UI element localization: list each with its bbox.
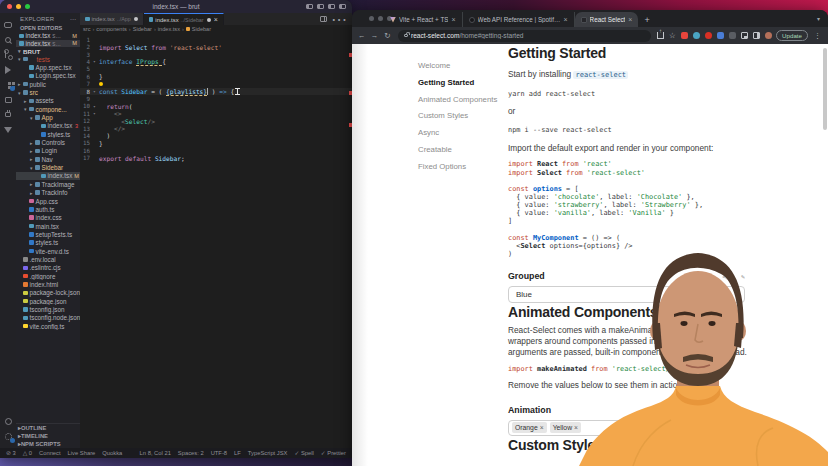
- file-tree-item[interactable]: main.tsx: [16, 222, 80, 230]
- open-editors-header[interactable]: OPEN EDITORS: [16, 24, 80, 32]
- file-tree-item[interactable]: index.tsxM: [16, 172, 80, 180]
- file-tree-item[interactable]: tsconfig.json: [16, 305, 80, 313]
- code-line[interactable]: 11▾ <>: [80, 110, 352, 117]
- close-tab-icon[interactable]: ×: [628, 16, 632, 23]
- remote-explorer-icon[interactable]: [0, 92, 16, 107]
- file-tree-item[interactable]: ▸Controls: [16, 138, 80, 146]
- file-tree-item[interactable]: package-lock.json: [16, 289, 80, 297]
- quokka-button[interactable]: Quokka: [102, 450, 122, 456]
- code-line[interactable]: 15}: [80, 140, 352, 147]
- file-tree-item[interactable]: .env.local: [16, 255, 80, 263]
- code-line[interactable]: 12 <Select/>: [80, 117, 352, 124]
- file-tree-item[interactable]: index.html: [16, 280, 80, 288]
- doc-nav-fixed-options[interactable]: Fixed Options: [418, 159, 497, 176]
- extension-blue-icon[interactable]: [717, 32, 724, 39]
- breadcrumb-item[interactable]: components: [96, 26, 126, 32]
- file-tree-item[interactable]: index.css: [16, 214, 80, 222]
- file-tree-item[interactable]: ▾Sidebar: [16, 163, 80, 171]
- panel-section-outline[interactable]: ▸OUTLINE: [16, 424, 80, 432]
- code-line[interactable]: 5: [80, 66, 352, 73]
- extension-red-icon[interactable]: [681, 32, 688, 39]
- dirty-dot-icon[interactable]: [207, 18, 211, 22]
- address-bar[interactable]: react-select.com /home#getting-started: [398, 30, 651, 42]
- remove-value-icon[interactable]: ×: [540, 424, 544, 431]
- code-line[interactable]: 7: [80, 80, 352, 87]
- tab-search-chevron-icon[interactable]: ▾: [817, 15, 820, 22]
- doc-nav-animated-components[interactable]: Animated Components: [418, 92, 497, 109]
- errors-count[interactable]: ⊘ 3: [6, 450, 16, 456]
- customize-layout-icon[interactable]: [339, 4, 346, 10]
- reload-button[interactable]: ↻: [383, 31, 392, 40]
- code-line[interactable]: 9: [80, 95, 352, 102]
- file-tree-item[interactable]: App.css: [16, 197, 80, 205]
- panel-section-timeline[interactable]: ▸TIMELINE: [16, 432, 80, 440]
- file-tree-item[interactable]: ▾src: [16, 88, 80, 96]
- extension-dark-icon[interactable]: [729, 32, 736, 39]
- browser-tab[interactable]: Web API Reference | Spotify f×: [463, 12, 575, 27]
- prettier[interactable]: ✓ Prettier: [321, 450, 346, 456]
- side-panel-icon[interactable]: [753, 32, 760, 39]
- file-tree-item[interactable]: ▸TrackImage: [16, 180, 80, 188]
- minimize-window-button[interactable]: [378, 16, 383, 21]
- extension-record-icon[interactable]: [705, 32, 712, 39]
- source-control-icon[interactable]: [0, 47, 16, 62]
- file-tree-item[interactable]: vite-env.d.ts: [16, 247, 80, 255]
- scrollbar-thumb[interactable]: [823, 48, 827, 130]
- breadcrumb-item[interactable]: index.tsx: [158, 26, 180, 32]
- file-tree-item[interactable]: ▾App: [16, 113, 80, 121]
- file-tree-item[interactable]: ▾compone...: [16, 105, 80, 113]
- file-tree-item[interactable]: vite.config.ts: [16, 322, 80, 330]
- dirty-dot-icon[interactable]: [134, 17, 138, 21]
- code-line[interactable]: 4▾interface IProps {: [80, 58, 352, 65]
- lightbulb-icon[interactable]: [99, 82, 103, 86]
- workspace-root[interactable]: ▾ BRUT: [16, 47, 80, 55]
- eol[interactable]: LF: [234, 450, 241, 456]
- doc-nav-getting-started[interactable]: Getting Started: [418, 75, 497, 92]
- share-icon[interactable]: [657, 32, 664, 39]
- account-icon[interactable]: [0, 414, 16, 429]
- encoding[interactable]: UTF-8: [211, 450, 227, 456]
- picture-in-picture-icon[interactable]: [741, 32, 748, 39]
- file-tree-item[interactable]: ▸TrackInfo: [16, 189, 80, 197]
- connect-button[interactable]: Connect: [39, 450, 61, 456]
- indentation[interactable]: Spaces: 2: [178, 450, 204, 456]
- browser-tab[interactable]: React Select×: [575, 12, 639, 27]
- code-editor[interactable]: 12import Select from 'react-select'34▾in…: [80, 33, 352, 448]
- open-editor-item[interactable]: index.tsxs...M: [16, 32, 80, 40]
- close-window-button[interactable]: [369, 16, 374, 21]
- editor-tab[interactable]: index.tsx../App: [80, 13, 144, 25]
- panel-section-npm-scripts[interactable]: ▸NPM SCRIPTS: [16, 440, 80, 448]
- code-line[interactable]: 1: [80, 36, 352, 43]
- chat-icon[interactable]: [0, 17, 16, 32]
- spell-checker[interactable]: ✓ Spell: [294, 450, 313, 456]
- open-editor-item[interactable]: index.tsxs...M: [16, 40, 80, 48]
- file-tree-item[interactable]: ▸Login: [16, 147, 80, 155]
- settings-gear-icon[interactable]: [0, 429, 16, 444]
- toggle-panel-icon[interactable]: [317, 4, 324, 10]
- warnings-count[interactable]: △ 0: [23, 450, 32, 456]
- file-tree-item[interactable]: styles.ts: [16, 130, 80, 138]
- cursor-position[interactable]: Ln 8, Col 21: [140, 450, 171, 456]
- close-tab-icon[interactable]: ×: [451, 16, 455, 23]
- close-tab-icon[interactable]: ×: [214, 16, 218, 23]
- file-tree-item[interactable]: Login.spec.tsx: [16, 72, 80, 80]
- back-button[interactable]: ←: [357, 31, 366, 40]
- doc-nav-async[interactable]: Async: [418, 125, 497, 142]
- code-line[interactable]: 6}: [80, 73, 352, 80]
- doc-nav-welcome[interactable]: Welcome: [418, 58, 497, 75]
- file-tree-item[interactable]: auth.ts: [16, 205, 80, 213]
- file-tree-item[interactable]: ▸public: [16, 80, 80, 88]
- file-tree-item[interactable]: .eslintrc.cjs: [16, 264, 80, 272]
- search-icon[interactable]: [0, 32, 16, 47]
- plugin-icon[interactable]: [0, 107, 16, 122]
- update-button[interactable]: Update: [776, 30, 808, 41]
- new-tab-button[interactable]: +: [644, 15, 649, 25]
- toggle-secondary-sidebar-icon[interactable]: [328, 4, 335, 10]
- forward-button[interactable]: →: [370, 31, 379, 40]
- doc-nav-custom-styles[interactable]: Custom Styles: [418, 108, 497, 125]
- file-tree-item[interactable]: ▸assets: [16, 97, 80, 105]
- code-line[interactable]: 10▾ return(: [80, 103, 352, 110]
- breadcrumb-item[interactable]: src: [83, 26, 90, 32]
- browser-tab[interactable]: Vite + React + TS×: [384, 12, 463, 27]
- extensions-icon[interactable]: [0, 77, 16, 92]
